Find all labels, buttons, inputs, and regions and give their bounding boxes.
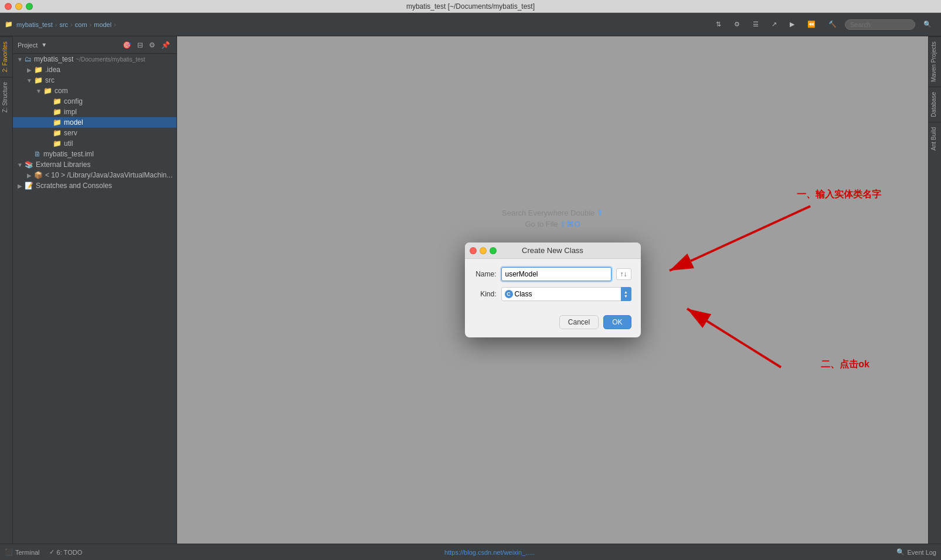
breadcrumb-item-model[interactable]: model (94, 21, 111, 28)
settings-icon[interactable]: ⚙ (147, 40, 157, 50)
status-bar: ⬛ Terminal ✓ 6: TODO https://blog.csdn.n… (0, 544, 941, 560)
dialog-minimize-button[interactable] (480, 247, 487, 254)
traffic-lights (5, 3, 33, 10)
ok-button[interactable]: OK (603, 315, 631, 329)
file-icon: 🗎 (34, 150, 41, 158)
maven-projects-tab[interactable]: Maven Projects (929, 36, 941, 87)
folder-icon: 📁 (53, 97, 62, 105)
tree-item-config[interactable]: 📁 config (13, 96, 176, 107)
project-path: ~/Documents/mybatis_test (76, 56, 145, 63)
tree-item-iml[interactable]: 🗎 mybatis_test.iml (13, 149, 176, 159)
folder-icon: 📁 (53, 108, 62, 116)
tree-item-scratches[interactable]: ▶ 📝 Scratches and Consoles (13, 180, 176, 191)
title-bar: mybatis_test [~/Documents/mybatis_test] (0, 0, 941, 13)
main-layout: 2: Favorites Z: Structure Project ▼ 🎯 ⊟ … (0, 36, 941, 544)
toolbar: 📁 mybatis_test › src › com › model › ⇅ ⚙… (0, 13, 941, 36)
expand-arrow-icon: ▶ (25, 172, 34, 179)
event-log-button[interactable]: 🔍 Event Log (896, 548, 936, 556)
tree-label-external-libs: External Libraries (36, 161, 90, 169)
tree-label-src: src (45, 76, 55, 84)
project-folder-icon: 🗂 (25, 55, 32, 63)
breadcrumb-item-com[interactable]: com (75, 21, 87, 28)
dialog-kind-select[interactable]: Class Interface Enum Annotation Record (501, 287, 631, 301)
sidebar-toolbar: 🎯 ⊟ ⚙ 📌 (121, 40, 172, 50)
tree-label-iml: mybatis_test.iml (43, 150, 94, 158)
maximize-button[interactable] (26, 3, 33, 10)
tree-item-jdk[interactable]: ▶ 📦 < 10 > /Library/Java/JavaVirtualMach… (13, 170, 176, 180)
build-button[interactable]: 🔨 (824, 19, 841, 30)
left-panel-tabs: 2: Favorites Z: Structure (0, 36, 13, 544)
status-left: ⬛ Terminal ✓ 6: TODO (5, 548, 82, 556)
magnifier-button[interactable]: 🔍 (919, 19, 936, 30)
dropdown-arrow-icon[interactable]: ▼ (41, 42, 47, 48)
todo-icon: ✓ (49, 548, 55, 556)
search-input[interactable] (845, 19, 915, 30)
create-new-class-dialog: Create New Class Name: ↑↓ Kind: C (465, 243, 641, 337)
dialog-kind-label: Kind: (474, 290, 497, 298)
tree-label-util: util (64, 139, 73, 148)
tree-item-idea[interactable]: ▶ 📁 .idea (13, 64, 176, 75)
left-tab-favorites[interactable]: 2: Favorites (0, 36, 12, 77)
settings-button[interactable]: ⚙ (729, 19, 745, 30)
toolbar-right: ⇅ ⚙ ☰ ↗ ▶ ⏪ 🔨 🔍 (711, 19, 936, 30)
breadcrumb: 📁 mybatis_test › src › com › model › (5, 21, 709, 28)
run-button[interactable]: ▶ (785, 19, 799, 30)
database-tab[interactable]: Database (929, 87, 941, 122)
dialog-zoom-button[interactable] (490, 247, 497, 254)
dialog-overlay: Create New Class Name: ↑↓ Kind: C (177, 36, 928, 544)
dialog-name-row: Name: ↑↓ (474, 267, 631, 281)
dialog-footer: Cancel OK (465, 315, 641, 337)
scratches-icon: 📝 (25, 182, 33, 190)
jdk-icon: 📦 (34, 171, 43, 179)
dialog-sort-button[interactable]: ↑↓ (616, 268, 631, 280)
cancel-button[interactable]: Cancel (559, 315, 599, 329)
todo-button[interactable]: ✓ 6: TODO (49, 548, 83, 556)
pin-button[interactable]: 📌 (159, 40, 172, 50)
close-button[interactable] (5, 3, 12, 10)
terminal-icon: ⬛ (5, 548, 13, 556)
right-sidebar: Maven Projects Database Ant Build (928, 36, 941, 544)
folder-icon: 📁 (53, 129, 62, 137)
folder-icon: 📁 (34, 66, 43, 74)
expand-arrow-icon: ▶ (15, 183, 25, 189)
minimize-button[interactable] (15, 3, 22, 10)
debug-button[interactable]: ⏪ (803, 19, 820, 30)
tree-item-serv[interactable]: 📁 serv (13, 128, 176, 138)
expand-arrow-icon: ▼ (15, 56, 25, 63)
breadcrumb-item-src[interactable]: src (59, 21, 68, 28)
tree-item-util[interactable]: 📁 util (13, 138, 176, 149)
left-tab-structure[interactable]: Z: Structure (0, 77, 12, 117)
expand-button[interactable]: ↗ (767, 19, 782, 30)
dialog-body: Name: ↑↓ Kind: C Class Interface Enum (465, 259, 641, 315)
main-content: Search Everywhere Double ⇧ Go to File ⇧⌘… (177, 36, 928, 544)
expand-arrow-icon: ▼ (15, 162, 25, 168)
sort-button[interactable]: ⇅ (711, 19, 726, 30)
breadcrumb-item-project[interactable]: mybatis_test (16, 21, 53, 28)
dialog-name-input[interactable] (501, 267, 612, 281)
locate-button[interactable]: 🎯 (121, 40, 133, 50)
status-url[interactable]: https://blog.csdn.net/weixin_..... (444, 549, 534, 556)
ant-build-tab[interactable]: Ant Build (929, 122, 941, 155)
tree-label-mybatis_test: mybatis_test (34, 55, 73, 63)
tree-label-serv: serv (64, 129, 77, 137)
expand-arrow-icon: ▶ (25, 67, 34, 73)
dialog-kind-row: Kind: C Class Interface Enum Annotation … (474, 287, 631, 301)
tree-item-impl[interactable]: 📁 impl (13, 107, 176, 117)
folder-icon: 📁 (53, 139, 62, 148)
tree-label-com: com (55, 87, 68, 95)
tree-item-model[interactable]: 📁 model (13, 117, 176, 128)
dialog-title: Create New Class (522, 246, 583, 255)
terminal-button[interactable]: ⬛ Terminal (5, 548, 40, 556)
tree-label-jdk: < 10 > /Library/Java/JavaVirtualMachin..… (45, 171, 172, 179)
tree-item-external-libs[interactable]: ▼ 📚 External Libraries (13, 159, 176, 170)
dialog-close-button[interactable] (470, 247, 477, 254)
collapse-all-button[interactable]: ⊟ (135, 40, 145, 50)
tree-item-src[interactable]: ▼ 📁 src (13, 75, 176, 86)
folder-icon: 📁 (53, 118, 62, 127)
project-label: Project (18, 42, 38, 49)
tree-item-com[interactable]: ▼ 📁 com (13, 86, 176, 96)
project-sidebar: Project ▼ 🎯 ⊟ ⚙ 📌 ▼ 🗂 mybatis_test ~/Doc… (13, 36, 177, 544)
options-button[interactable]: ☰ (748, 19, 763, 30)
expand-arrow-icon: ▼ (34, 88, 43, 94)
tree-item-mybatis_test[interactable]: ▼ 🗂 mybatis_test ~/Documents/mybatis_tes… (13, 54, 176, 64)
